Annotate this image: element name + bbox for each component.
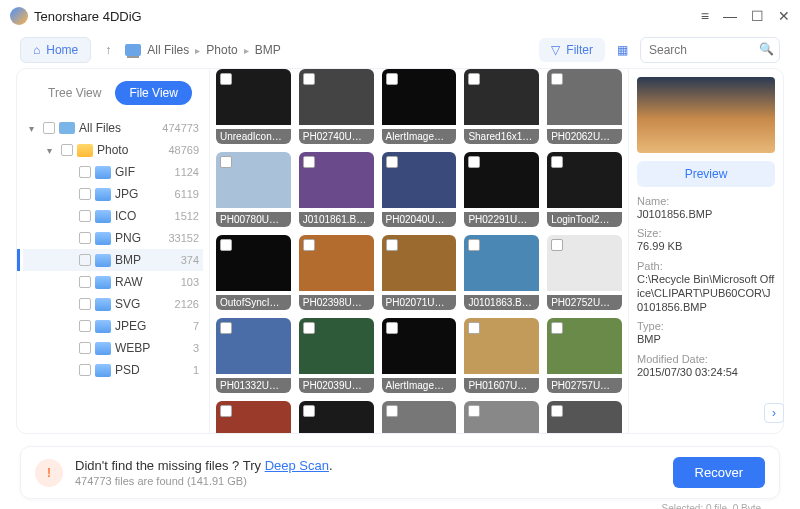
expand-icon: ▾ bbox=[29, 123, 39, 134]
thumb-checkbox[interactable] bbox=[468, 405, 480, 417]
minimize-button[interactable]: — bbox=[723, 8, 737, 24]
up-button[interactable]: ↑ bbox=[99, 39, 117, 61]
checkbox[interactable] bbox=[79, 232, 91, 244]
home-button[interactable]: ⌂ Home bbox=[20, 37, 91, 63]
file-thumb[interactable]: PH01607U… bbox=[464, 318, 539, 393]
recover-button[interactable]: Recover bbox=[673, 457, 765, 488]
thumb-checkbox[interactable] bbox=[468, 156, 480, 168]
preview-button[interactable]: Preview bbox=[637, 161, 775, 187]
thumb-checkbox[interactable] bbox=[303, 156, 315, 168]
file-thumb[interactable]: PH02071U… bbox=[382, 235, 457, 310]
tree-label: PSD bbox=[115, 363, 189, 377]
tree-label: PNG bbox=[115, 231, 164, 245]
thumb-checkbox[interactable] bbox=[220, 405, 232, 417]
thumb-checkbox[interactable] bbox=[220, 322, 232, 334]
thumb-checkbox[interactable] bbox=[386, 239, 398, 251]
file-thumb[interactable]: UnreadIcon… bbox=[216, 69, 291, 144]
tree-row-gif[interactable]: GIF1124 bbox=[23, 161, 203, 183]
checkbox[interactable] bbox=[79, 276, 91, 288]
file-thumb[interactable]: PH02291U… bbox=[464, 152, 539, 227]
thumb-checkbox[interactable] bbox=[551, 322, 563, 334]
checkbox[interactable] bbox=[43, 122, 55, 134]
folder-icon bbox=[95, 364, 111, 377]
file-thumb[interactable] bbox=[216, 401, 291, 433]
checkbox[interactable] bbox=[79, 166, 91, 178]
file-thumb[interactable]: PH02752U… bbox=[547, 235, 622, 310]
thumb-checkbox[interactable] bbox=[551, 156, 563, 168]
grid-view-icon[interactable]: ▦ bbox=[613, 39, 632, 61]
app-logo-icon bbox=[10, 7, 28, 25]
thumb-checkbox[interactable] bbox=[468, 322, 480, 334]
checkbox[interactable] bbox=[61, 144, 73, 156]
tree-row-ico[interactable]: ICO1512 bbox=[23, 205, 203, 227]
thumb-filename: PH02062U… bbox=[547, 129, 622, 144]
thumb-checkbox[interactable] bbox=[303, 322, 315, 334]
file-thumb[interactable]: PH01332U… bbox=[216, 318, 291, 393]
tree-row-bmp[interactable]: BMP374 bbox=[23, 249, 203, 271]
checkbox[interactable] bbox=[79, 342, 91, 354]
thumb-checkbox[interactable] bbox=[386, 322, 398, 334]
checkbox[interactable] bbox=[79, 210, 91, 222]
thumb-checkbox[interactable] bbox=[468, 73, 480, 85]
menu-icon[interactable]: ≡ bbox=[701, 8, 709, 24]
checkbox[interactable] bbox=[79, 188, 91, 200]
next-button[interactable]: › bbox=[764, 403, 784, 423]
thumb-checkbox[interactable] bbox=[551, 239, 563, 251]
file-thumb[interactable]: PH02040U… bbox=[382, 152, 457, 227]
breadcrumb-item[interactable]: Photo bbox=[206, 43, 237, 57]
file-thumb[interactable]: OutofSyncI… bbox=[216, 235, 291, 310]
breadcrumb-item[interactable]: All Files bbox=[147, 43, 189, 57]
tree-view-tab[interactable]: Tree View bbox=[34, 81, 115, 105]
maximize-button[interactable]: ☐ bbox=[751, 8, 764, 24]
file-thumb[interactable] bbox=[382, 401, 457, 433]
checkbox[interactable] bbox=[79, 364, 91, 376]
meta-mdate-label: Modified Date: bbox=[637, 353, 775, 365]
breadcrumb-item[interactable]: BMP bbox=[255, 43, 281, 57]
file-thumb[interactable]: AlertImage… bbox=[382, 69, 457, 144]
thumb-checkbox[interactable] bbox=[386, 156, 398, 168]
tree-row-svg[interactable]: SVG2126 bbox=[23, 293, 203, 315]
thumb-checkbox[interactable] bbox=[220, 73, 232, 85]
thumb-checkbox[interactable] bbox=[220, 239, 232, 251]
thumb-checkbox[interactable] bbox=[303, 239, 315, 251]
thumb-checkbox[interactable] bbox=[386, 405, 398, 417]
file-thumb[interactable] bbox=[299, 401, 374, 433]
thumb-checkbox[interactable] bbox=[551, 73, 563, 85]
thumb-checkbox[interactable] bbox=[303, 73, 315, 85]
tree-row-all-files[interactable]: ▾All Files474773 bbox=[23, 117, 203, 139]
thumb-checkbox[interactable] bbox=[303, 405, 315, 417]
file-thumb[interactable]: PH02740U… bbox=[299, 69, 374, 144]
file-thumb[interactable] bbox=[547, 401, 622, 433]
close-button[interactable]: ✕ bbox=[778, 8, 790, 24]
file-thumb[interactable]: PH00780U… bbox=[216, 152, 291, 227]
tree-row-photo[interactable]: ▾Photo48769 bbox=[23, 139, 203, 161]
file-thumb[interactable]: PH02039U… bbox=[299, 318, 374, 393]
file-thumb[interactable]: LoginTool2… bbox=[547, 152, 622, 227]
tree-row-webp[interactable]: WEBP3 bbox=[23, 337, 203, 359]
thumb-checkbox[interactable] bbox=[468, 239, 480, 251]
thumb-checkbox[interactable] bbox=[551, 405, 563, 417]
deep-scan-link[interactable]: Deep Scan bbox=[265, 458, 329, 473]
tree-row-psd[interactable]: PSD1 bbox=[23, 359, 203, 381]
tree-row-jpeg[interactable]: JPEG7 bbox=[23, 315, 203, 337]
thumb-checkbox[interactable] bbox=[386, 73, 398, 85]
file-thumb[interactable]: PH02757U… bbox=[547, 318, 622, 393]
file-thumb[interactable]: J0101861.B… bbox=[299, 152, 374, 227]
search-box: 🔍 bbox=[640, 37, 780, 63]
checkbox[interactable] bbox=[79, 298, 91, 310]
file-thumb[interactable] bbox=[464, 401, 539, 433]
tree-row-jpg[interactable]: JPG6119 bbox=[23, 183, 203, 205]
file-thumb[interactable]: AlertImage… bbox=[382, 318, 457, 393]
file-thumb[interactable]: PH02398U… bbox=[299, 235, 374, 310]
tree-row-png[interactable]: PNG33152 bbox=[23, 227, 203, 249]
checkbox[interactable] bbox=[79, 254, 91, 266]
file-thumb[interactable]: J0101863.B… bbox=[464, 235, 539, 310]
thumb-checkbox[interactable] bbox=[220, 156, 232, 168]
tree-count: 1 bbox=[193, 364, 199, 376]
file-view-tab[interactable]: File View bbox=[115, 81, 191, 105]
filter-button[interactable]: ▽ Filter bbox=[539, 38, 605, 62]
file-thumb[interactable]: PH02062U… bbox=[547, 69, 622, 144]
file-thumb[interactable]: Shared16x1… bbox=[464, 69, 539, 144]
tree-row-raw[interactable]: RAW103 bbox=[23, 271, 203, 293]
checkbox[interactable] bbox=[79, 320, 91, 332]
